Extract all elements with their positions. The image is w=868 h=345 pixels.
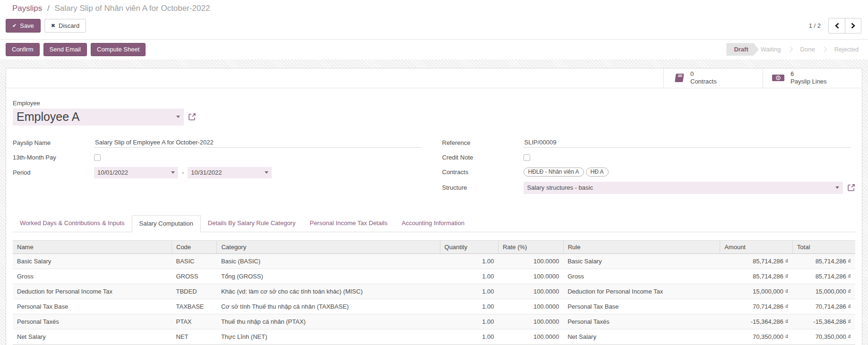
- cell-code: TAXBASE: [172, 299, 217, 314]
- tab-details-by-salary-rule-category[interactable]: Details By Salary Rule Category: [201, 215, 303, 232]
- tab-personal-income-tax-details[interactable]: Personal Income Tax Details: [302, 215, 395, 232]
- cell-total: -15,364,286 ₫: [792, 314, 855, 329]
- confirm-button[interactable]: Confirm: [6, 43, 40, 56]
- pager-value: 1 / 2: [809, 22, 821, 29]
- breadcrumb-current: Salary Slip of Nhân viên A for October-2…: [55, 4, 210, 13]
- employee-field[interactable]: Employee A: [13, 109, 184, 126]
- cell-rate: 100.0000: [498, 269, 564, 284]
- status-done[interactable]: Done: [799, 43, 817, 56]
- column-header-name[interactable]: Name: [13, 240, 172, 253]
- breadcrumb: Payslips / Salary Slip of Nhân viên A fo…: [12, 4, 862, 13]
- period-to-input[interactable]: 10/31/2022: [188, 167, 272, 178]
- structure-value-wrap: Salary structures - basic: [524, 182, 856, 194]
- form-header: Confirm Send Email Compute Sheet Draft W…: [0, 40, 868, 59]
- compute-sheet-button[interactable]: Compute Sheet: [91, 43, 146, 56]
- column-header-total[interactable]: Total: [792, 240, 855, 253]
- column-header-category[interactable]: Category: [217, 240, 440, 253]
- discard-button[interactable]: ✖ Discard: [44, 19, 86, 33]
- discard-button-label: Discard: [59, 22, 79, 30]
- sheet-body: Employee Employee A Payslip Name Salary …: [6, 88, 862, 345]
- cell-quantity: 1.00: [440, 299, 498, 314]
- employee-external-link-icon[interactable]: [188, 113, 196, 121]
- status-waiting[interactable]: Waiting: [759, 43, 783, 56]
- period-to-value: 10/31/2022: [191, 169, 262, 176]
- cell-amount: 15,000,000 ₫: [720, 284, 793, 299]
- payslip-form-page: { "breadcrumb": { "parent": "Payslips", …: [0, 0, 868, 345]
- column-header-rule[interactable]: Rule: [563, 240, 720, 253]
- send-email-button[interactable]: Send Email: [43, 43, 87, 56]
- cell-amount: 70,714,286 ₫: [720, 299, 793, 314]
- control-panel: Payslips / Salary Slip of Nhân viên A fo…: [0, 0, 868, 40]
- thirteenth-month-checkbox[interactable]: [94, 154, 101, 161]
- column-header-code[interactable]: Code: [172, 240, 217, 253]
- cell-rate: 100.0000: [498, 284, 564, 299]
- cell-rule: Deduction for Personal Income Tax: [563, 284, 720, 299]
- period-from-input[interactable]: 10/01/2022: [94, 167, 178, 178]
- chevron-down-icon: [171, 171, 175, 174]
- pager-buttons: [828, 18, 861, 34]
- table-row[interactable]: Deduction for Personal Income Tax TBDED …: [13, 284, 855, 299]
- cell-rate: 100.0000: [498, 299, 564, 314]
- form-header-buttons: Confirm Send Email Compute Sheet: [6, 43, 146, 56]
- chevron-down-icon: [835, 186, 839, 189]
- cell-rate: 100.0000: [498, 314, 564, 329]
- structure-external-link-icon[interactable]: [847, 184, 855, 192]
- table-row[interactable]: Gross GROSS Tổng (GROSS) 1.00 100.0000 G…: [13, 269, 855, 284]
- cell-rule: Basic Salary: [563, 253, 720, 269]
- period-value-wrap: 10/01/2022 - 10/31/2022: [94, 167, 426, 178]
- structure-field[interactable]: Salary structures - basic: [524, 182, 843, 194]
- tab-salary-computation[interactable]: Salary Computation: [132, 215, 201, 232]
- field-column-right: Reference SLIP/00009 Credit Note Contrac…: [426, 138, 856, 198]
- column-header-rate[interactable]: Rate (%): [498, 240, 564, 253]
- money-icon: [772, 72, 785, 84]
- thirteenth-month-value-wrap: [94, 154, 426, 161]
- status-chevron-separator: [787, 46, 793, 52]
- tab-accounting-information[interactable]: Accounting Information: [395, 215, 472, 232]
- cell-code: NET: [172, 329, 217, 344]
- reference-input[interactable]: SLIP/00009: [524, 138, 851, 148]
- thirteenth-month-row: 13th-Month Pay: [13, 152, 426, 163]
- contracts-tags-wrap: HĐLĐ - Nhân viên A HĐ A: [524, 168, 856, 177]
- pager: 1 / 2: [809, 18, 861, 34]
- contract-tag[interactable]: HĐLĐ - Nhân viên A: [524, 168, 584, 177]
- cell-total: 70,350,000 ₫: [792, 329, 855, 344]
- cell-rate: 100.0000: [498, 329, 564, 344]
- cell-category: Tổng (GROSS): [217, 269, 440, 284]
- tab-worked-days[interactable]: Worked Days & Contributions & Inputs: [13, 215, 132, 232]
- employee-field-label: Employee: [13, 100, 855, 107]
- contracts-count: 0: [690, 70, 717, 78]
- column-header-quantity[interactable]: Quantity: [440, 240, 498, 253]
- table-row[interactable]: Net Salary NET Thực Lĩnh (NET) 1.00 100.…: [13, 329, 855, 344]
- payslip-lines-stat-button[interactable]: 6 Payslip Lines: [763, 68, 862, 88]
- table-row[interactable]: Personal Taxés PTAX Thuế thu nhập cá nhâ…: [13, 314, 855, 329]
- save-button-label: Save: [20, 22, 34, 30]
- cell-quantity: 1.00: [440, 253, 498, 269]
- status-draft[interactable]: Draft: [726, 43, 758, 56]
- payslip-lines-count: 6: [791, 70, 827, 78]
- compute-sheet-button-label: Compute Sheet: [97, 46, 139, 53]
- cell-amount: -15,364,286 ₫: [720, 314, 793, 329]
- pager-next-button[interactable]: [845, 18, 861, 33]
- cell-category: Basic (BASIC): [217, 253, 440, 269]
- cell-code: BASIC: [172, 253, 217, 269]
- contract-tag[interactable]: HĐ A: [586, 168, 609, 177]
- status-rejected[interactable]: Rejected: [833, 43, 860, 56]
- credit-note-checkbox[interactable]: [524, 154, 530, 161]
- contracts-stat-button[interactable]: 0 Contracts: [663, 68, 763, 88]
- table-row[interactable]: Personal Tax Base TAXBASE Cơ sở tính Thu…: [13, 299, 855, 314]
- credit-note-row: Credit Note: [442, 152, 856, 163]
- payslip-name-input[interactable]: Salary Slip of Employee A for October-20…: [94, 138, 421, 148]
- pager-previous-button[interactable]: [829, 18, 845, 33]
- credit-note-label: Credit Note: [442, 154, 524, 161]
- chevron-down-icon: [176, 116, 180, 118]
- column-header-amount[interactable]: Amount: [720, 240, 793, 253]
- breadcrumb-payslips-link[interactable]: Payslips: [12, 4, 42, 13]
- cell-quantity: 1.00: [440, 314, 498, 329]
- cell-category: Thực Lĩnh (NET): [217, 329, 440, 344]
- cell-amount: 70,350,000 ₫: [720, 329, 793, 344]
- structure-value: Salary structures - basic: [527, 184, 833, 191]
- table-row[interactable]: Basic Salary BASIC Basic (BASIC) 1.00 10…: [13, 253, 855, 269]
- statusbar: Draft Waiting Done Rejected: [726, 43, 860, 56]
- check-icon: ✔: [12, 23, 17, 29]
- save-button[interactable]: ✔ Save: [6, 19, 41, 33]
